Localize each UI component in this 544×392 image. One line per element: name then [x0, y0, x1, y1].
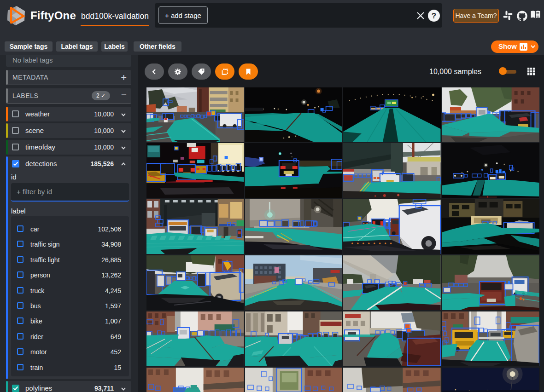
svg-text:?: ? — [432, 12, 436, 20]
